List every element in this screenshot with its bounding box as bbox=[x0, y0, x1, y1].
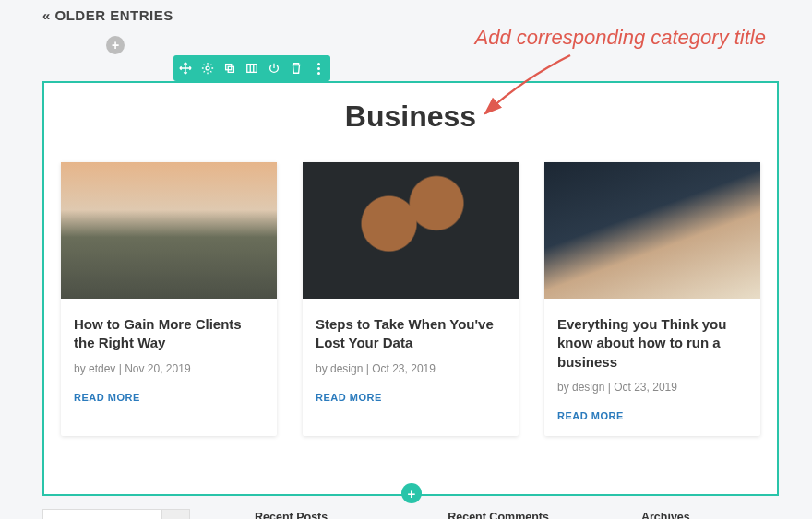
search-input[interactable] bbox=[42, 509, 162, 519]
meta-prefix: by bbox=[557, 381, 572, 394]
post-author[interactable]: design bbox=[330, 362, 363, 375]
add-module-button-top[interactable]: + bbox=[106, 36, 125, 54]
add-module-button-bottom[interactable]: + bbox=[401, 483, 422, 503]
post-title[interactable]: Everything you Think you know about how … bbox=[557, 315, 747, 372]
columns-icon[interactable] bbox=[245, 62, 258, 75]
read-more-link[interactable]: READ MORE bbox=[74, 392, 264, 403]
footer-widget-title: Recent Comments bbox=[448, 511, 549, 519]
duplicate-icon[interactable] bbox=[223, 62, 236, 75]
post-author[interactable]: etdev bbox=[89, 362, 115, 375]
post-thumbnail bbox=[544, 162, 760, 299]
post-meta: by etdev | Nov 20, 2019 bbox=[74, 362, 264, 375]
footer-widget-title: Archives bbox=[641, 511, 690, 519]
read-more-link[interactable]: READ MORE bbox=[316, 392, 506, 403]
footer-widget-title: Recent Posts bbox=[255, 511, 328, 519]
annotation-text: Add corresponding category title bbox=[474, 26, 766, 50]
post-title[interactable]: How to Gain More Clients the Right Way bbox=[74, 315, 264, 353]
post-thumbnail bbox=[61, 162, 277, 299]
search-button[interactable] bbox=[162, 509, 190, 519]
move-icon[interactable] bbox=[179, 62, 192, 75]
older-entries-link[interactable]: « OLDER ENTRIES bbox=[42, 7, 173, 23]
footer-row: Recent Posts Recent Comments Archives bbox=[42, 509, 779, 519]
post-meta: by design | Oct 23, 2019 bbox=[557, 381, 747, 394]
post-thumbnail bbox=[303, 162, 519, 299]
power-icon[interactable] bbox=[268, 62, 281, 75]
meta-sep: | bbox=[604, 381, 614, 394]
post-card[interactable]: Steps to Take When You've Lost Your Data… bbox=[303, 162, 519, 436]
post-meta: by design | Oct 23, 2019 bbox=[316, 362, 506, 375]
cards-row: How to Gain More Clients the Right Way b… bbox=[42, 162, 779, 436]
post-date: Nov 20, 2019 bbox=[125, 362, 190, 375]
gear-icon[interactable] bbox=[201, 62, 214, 75]
more-icon[interactable] bbox=[312, 62, 325, 75]
svg-point-0 bbox=[206, 66, 209, 70]
post-date: Oct 23, 2019 bbox=[614, 381, 677, 394]
meta-sep: | bbox=[363, 362, 372, 375]
meta-prefix: by bbox=[74, 362, 89, 375]
post-date: Oct 23, 2019 bbox=[372, 362, 436, 375]
svg-rect-3 bbox=[247, 65, 257, 73]
trash-icon[interactable] bbox=[290, 62, 303, 75]
post-title[interactable]: Steps to Take When You've Lost Your Data bbox=[316, 315, 506, 353]
category-title: Business bbox=[42, 100, 779, 134]
post-author[interactable]: design bbox=[572, 381, 604, 394]
post-card[interactable]: How to Gain More Clients the Right Way b… bbox=[61, 162, 277, 436]
module-toolbar bbox=[173, 55, 330, 81]
meta-prefix: by bbox=[316, 362, 330, 375]
read-more-link[interactable]: READ MORE bbox=[557, 410, 747, 421]
post-card[interactable]: Everything you Think you know about how … bbox=[544, 162, 760, 436]
meta-sep: | bbox=[115, 362, 125, 375]
